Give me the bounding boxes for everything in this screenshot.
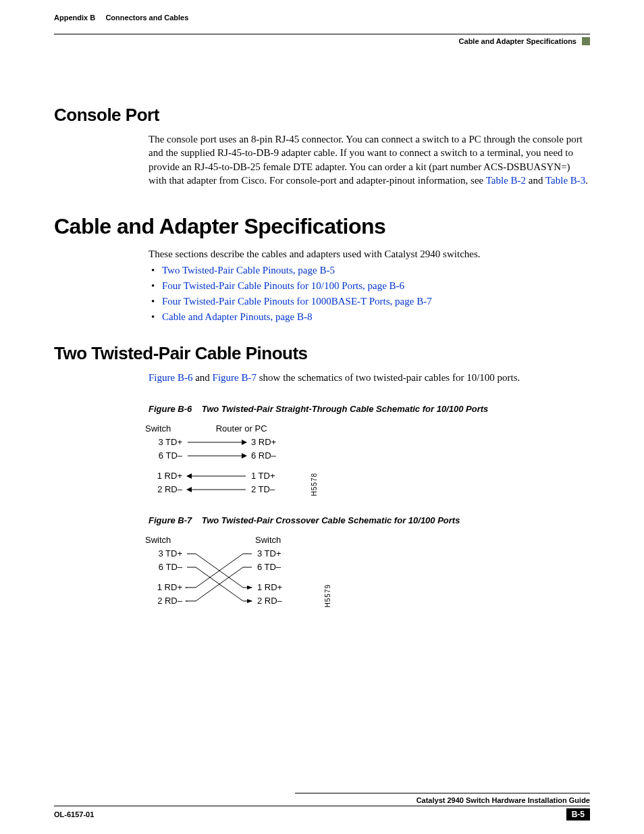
b7-pin-r2: 1 RD+: [253, 582, 294, 592]
b7-pin-l0: 3 TD+: [145, 548, 186, 558]
figure-b6-prefix: Figure B-6: [149, 404, 192, 414]
svg-marker-1: [242, 440, 247, 445]
header-rule: [54, 34, 590, 34]
b6-header-left: Switch: [145, 423, 182, 434]
two-twisted-paragraph: Figure B-6 and Figure B-7 show the schem…: [149, 371, 590, 384]
footer-page-badge: B-5: [566, 808, 590, 820]
figure-b6-caption: Figure B-6 Two Twisted-Pair Straight-Thr…: [149, 404, 590, 414]
figure-b7-schematic: Switch Switch 3 TD+ 6 TD– 1 RD+ 2 RD– 3 …: [145, 533, 321, 609]
heading-two-twisted-pair: Two Twisted-Pair Cable Pinouts: [54, 343, 590, 364]
cable-spec-bullets: Two Twisted-Pair Cable Pinouts, page B-5…: [149, 265, 590, 323]
link-four-twisted-1000base[interactable]: Four Twisted-Pair Cable Pinouts for 1000…: [162, 296, 432, 307]
cable-spec-intro: These sections describe the cables and a…: [149, 247, 590, 261]
b6-pin-r3: 2 TD–: [247, 484, 288, 494]
two-twisted-post: show the schematics of two twisted-pair …: [257, 372, 520, 383]
b7-pin-l1: 6 TD–: [145, 562, 186, 572]
arrow-left-icon: [186, 472, 247, 480]
b7-header-right: Switch: [247, 535, 309, 545]
figure-b6-text: Two Twisted-Pair Straight-Through Cable …: [202, 404, 489, 414]
link-table-b3[interactable]: Table B-3: [545, 175, 585, 186]
b6-pin-r0: 3 RD+: [247, 437, 288, 447]
link-table-b2[interactable]: Table B-2: [486, 175, 526, 186]
header-section: Cable and Adapter Specifications: [459, 37, 576, 45]
arrow-right-icon: [186, 452, 247, 460]
page-footer: Catalyst 2940 Switch Hardware Installati…: [54, 793, 590, 820]
b7-pin-l2: 1 RD+: [145, 582, 186, 592]
link-cable-adapter-pinouts[interactable]: Cable and Adapter Pinouts, page B-8: [162, 311, 312, 322]
header-accent-icon: [582, 37, 590, 45]
console-port-paragraph: The console port uses an 8-pin RJ-45 con…: [149, 132, 590, 187]
heading-console-port: Console Port: [54, 105, 590, 126]
b6-pin-l2: 1 RD+: [145, 471, 186, 481]
b6-pin-l3: 2 RD–: [145, 484, 186, 494]
footer-rule: [54, 806, 590, 806]
b7-header-left: Switch: [145, 535, 186, 545]
header-appendix: Appendix B: [54, 14, 95, 22]
svg-marker-3: [242, 453, 247, 459]
b7-pin-r0: 3 TD+: [253, 548, 294, 558]
link-two-twisted[interactable]: Two Twisted-Pair Cable Pinouts, page B-5: [162, 265, 335, 276]
header-chapter: Connectors and Cables: [105, 14, 188, 22]
b7-pin-r3: 2 RD–: [253, 596, 294, 606]
bullet-item: Four Twisted-Pair Cable Pinouts for 10/1…: [149, 280, 590, 292]
text-and-1: and: [526, 175, 545, 186]
b6-pin-l1: 6 TD–: [145, 450, 186, 461]
b6-pin-r2: 1 TD+: [247, 471, 288, 481]
bullet-item: Two Twisted-Pair Cable Pinouts, page B-5: [149, 265, 590, 276]
arrow-right-icon: [186, 438, 247, 446]
bullet-item: Cable and Adapter Pinouts, page B-8: [149, 311, 590, 323]
arrow-left-icon: [186, 486, 247, 494]
crossover-lines-icon: [186, 547, 253, 609]
b6-pin-r1: 6 RD–: [247, 450, 288, 461]
svg-marker-4: [186, 473, 192, 479]
page-header: Appendix B Connectors and Cables Cable a…: [54, 14, 590, 64]
footer-doc-id: OL-6157-01: [54, 810, 94, 818]
bullet-item: Four Twisted-Pair Cable Pinouts for 1000…: [149, 296, 590, 307]
figure-b7-text: Two Twisted-Pair Crossover Cable Schemat…: [202, 515, 460, 525]
svg-marker-6: [186, 487, 192, 492]
footer-partial-rule: [295, 793, 590, 793]
link-figure-b6[interactable]: Figure B-6: [149, 372, 192, 383]
figure-b7-prefix: Figure B-7: [149, 515, 192, 525]
heading-cable-adapter-spec: Cable and Adapter Specifications: [54, 214, 590, 239]
link-figure-b7[interactable]: Figure B-7: [213, 372, 257, 383]
b6-side-label: H5578: [311, 473, 318, 496]
footer-title: Catalyst 2940 Switch Hardware Installati…: [54, 796, 590, 804]
text-and-2: and: [192, 372, 212, 383]
header-left: Appendix B Connectors and Cables: [54, 14, 188, 22]
b7-pin-r1: 6 TD–: [253, 562, 294, 572]
figure-b6-schematic: Switch Router or PC 3 TD+ 3 RD+ 6 TD– 6 …: [145, 422, 307, 496]
b6-pin-l0: 3 TD+: [145, 437, 186, 447]
b7-pin-l3: 2 RD–: [145, 596, 186, 606]
b6-header-right: Router or PC: [182, 423, 307, 434]
b7-side-label: H5579: [324, 584, 331, 607]
text-period-1: .: [585, 175, 588, 186]
figure-b7-caption: Figure B-7 Two Twisted-Pair Crossover Ca…: [149, 515, 590, 525]
link-four-twisted-10-100[interactable]: Four Twisted-Pair Cable Pinouts for 10/1…: [162, 280, 404, 291]
